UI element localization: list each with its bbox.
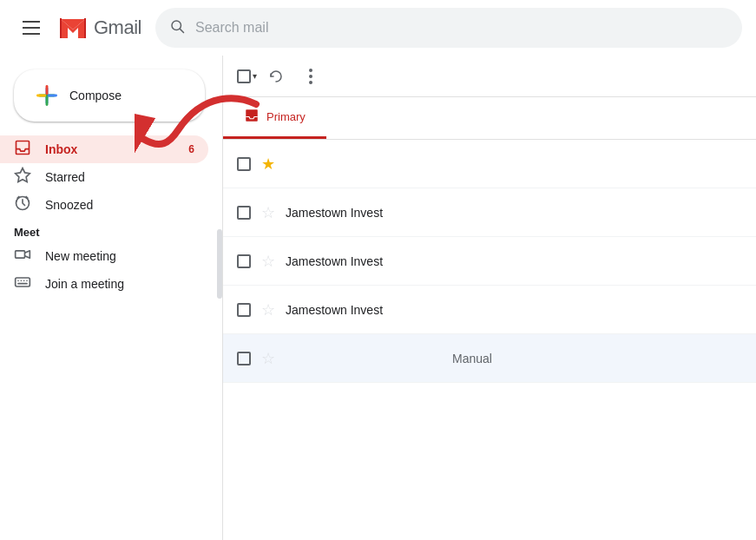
tab-primary-label: Primary — [266, 110, 306, 123]
snoozed-label: Snoozed — [45, 198, 194, 212]
toolbar: ▾ — [223, 56, 756, 97]
search-bar — [155, 8, 742, 48]
email-checkbox[interactable] — [237, 157, 251, 171]
sidebar-item-join-meeting[interactable]: Join a meeting — [0, 270, 208, 298]
search-input[interactable] — [195, 20, 728, 36]
svg-rect-8 — [16, 141, 30, 154]
sidebar-wrapper: Compose Inbox 6 — [0, 56, 222, 540]
email-row[interactable]: ☆ Manual — [223, 334, 756, 383]
star-filled-icon[interactable]: ★ — [261, 155, 275, 174]
hamburger-line-3 — [23, 33, 40, 35]
starred-label: Starred — [45, 170, 194, 184]
primary-tab-icon — [244, 108, 260, 127]
email-checkbox[interactable] — [237, 303, 251, 317]
star-empty-icon[interactable]: ☆ — [261, 300, 275, 319]
new-meeting-label: New meeting — [45, 249, 194, 263]
svg-rect-1 — [60, 18, 62, 38]
email-row[interactable]: ☆ Jamestown Invest — [223, 237, 756, 286]
email-sender: Jamestown Invest — [286, 254, 442, 268]
join-meeting-label: Join a meeting — [45, 277, 194, 291]
hamburger-line-1 — [23, 21, 40, 23]
compose-label: Compose — [69, 89, 122, 102]
compose-plus-icon — [35, 83, 59, 108]
email-subject: Manual — [452, 352, 742, 365]
inbox-icon — [14, 139, 31, 161]
sidebar: Compose Inbox 6 — [0, 56, 222, 305]
email-sender: Jamestown Invest — [286, 206, 442, 220]
select-all-checkbox[interactable] — [237, 69, 251, 83]
email-sender: Jamestown Invest — [286, 303, 442, 317]
video-camera-icon — [14, 246, 31, 267]
select-all-wrap[interactable]: ▾ — [237, 69, 257, 83]
app-name-label: Gmail — [94, 16, 141, 39]
sidebar-item-snoozed[interactable]: Snoozed — [0, 191, 208, 219]
logo-area: Gmail — [56, 10, 141, 45]
star-empty-icon[interactable]: ☆ — [261, 203, 275, 222]
email-checkbox[interactable] — [237, 206, 251, 220]
svg-rect-11 — [16, 250, 25, 257]
gmail-logo-icon — [56, 10, 90, 45]
sidebar-item-inbox[interactable]: Inbox 6 — [0, 135, 208, 163]
svg-point-20 — [309, 81, 312, 84]
tab-primary[interactable]: Primary — [223, 97, 326, 139]
compose-button[interactable]: Compose — [14, 69, 205, 122]
content-area: ▾ — [222, 56, 756, 540]
email-row[interactable]: ☆ Jamestown Invest — [223, 188, 756, 237]
svg-rect-2 — [84, 18, 86, 38]
email-list: ★ ☆ Jamestown Invest ☆ Jamestown Invest — [223, 140, 756, 540]
keyboard-icon — [14, 273, 31, 295]
svg-rect-12 — [16, 278, 30, 286]
star-empty-icon[interactable]: ☆ — [261, 349, 275, 368]
svg-rect-21 — [246, 109, 258, 122]
star-empty-icon[interactable]: ☆ — [261, 252, 275, 271]
email-checkbox[interactable] — [237, 352, 251, 365]
email-row[interactable]: ★ — [223, 140, 756, 188]
refresh-button[interactable] — [260, 61, 292, 92]
sidebar-item-new-meeting[interactable]: New meeting — [0, 242, 208, 270]
select-chevron-icon[interactable]: ▾ — [253, 71, 257, 81]
inbox-label: Inbox — [45, 142, 174, 156]
sidebar-item-starred[interactable]: Starred — [0, 163, 208, 191]
email-checkbox[interactable] — [237, 254, 251, 268]
snoozed-icon — [14, 194, 31, 216]
svg-point-19 — [309, 75, 312, 78]
svg-marker-9 — [16, 168, 30, 181]
search-icon — [169, 18, 185, 38]
main-layout: Compose Inbox 6 — [0, 56, 756, 540]
hamburger-menu-button[interactable] — [14, 10, 49, 45]
starred-icon — [14, 167, 31, 188]
meet-section-label: Meet — [0, 219, 222, 242]
svg-line-4 — [180, 29, 183, 32]
tabs-bar: Primary — [223, 97, 756, 140]
hamburger-line-2 — [23, 27, 40, 29]
more-options-button[interactable] — [295, 61, 326, 92]
svg-point-18 — [309, 69, 312, 72]
sidebar-scrollbar[interactable] — [217, 229, 222, 299]
inbox-badge: 6 — [188, 143, 194, 155]
email-row[interactable]: ☆ Jamestown Invest — [223, 286, 756, 334]
header: Gmail — [0, 0, 756, 56]
